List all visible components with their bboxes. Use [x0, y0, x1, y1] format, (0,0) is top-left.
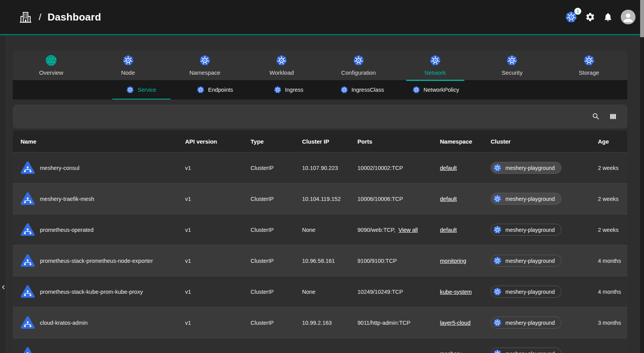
- subtab-networkpolicy[interactable]: NetworkPolicy: [399, 80, 472, 99]
- tab-label: Security: [501, 69, 522, 76]
- kubernetes-icon: [493, 163, 502, 172]
- gear-icon[interactable]: [585, 12, 595, 22]
- cluster-name: meshery-playground: [505, 351, 555, 353]
- namespace-cell: meshery: [440, 351, 491, 353]
- cluster-ip-cell: 10.99.2.163: [302, 320, 357, 326]
- cluster-name: meshery-playground: [505, 320, 555, 326]
- namespace-link[interactable]: monitoring: [440, 258, 466, 264]
- cluster-ip-cell: 10.107.90.223: [302, 165, 357, 171]
- ports-cell: 10006/10006:TCP: [357, 196, 440, 202]
- subtab-label: IngressClass: [352, 87, 384, 93]
- ports-text: 9100/9100:TCP: [357, 258, 397, 264]
- col-header-namespace[interactable]: Namespace: [440, 138, 491, 145]
- subtab-ingress[interactable]: Ingress: [252, 80, 325, 99]
- tab-configuration[interactable]: Configuration: [320, 50, 397, 80]
- cluster-ip-cell: None: [302, 227, 357, 233]
- ports-cell: 10249/10249:TCP: [357, 289, 440, 295]
- tab-overview[interactable]: Overview: [13, 50, 89, 80]
- tab-label: Storage: [579, 69, 599, 76]
- table-row[interactable]: meshery meshery-playground: [13, 338, 627, 353]
- table-row[interactable]: prometheus-operated v1 ClusterIP None 90…: [13, 214, 627, 245]
- subtab-service[interactable]: Service: [105, 80, 178, 99]
- service-name: meshery-traefik-mesh: [40, 196, 94, 202]
- kubernetes-icon: [493, 256, 502, 265]
- page-title: Dashboard: [48, 11, 101, 23]
- col-header-cluster-ip[interactable]: Cluster IP: [302, 138, 357, 145]
- bell-icon[interactable]: [603, 12, 613, 22]
- ports-text: 9011/http-admin:TCP: [357, 320, 410, 326]
- cluster-chip[interactable]: meshery-playground: [491, 317, 562, 329]
- col-header-api-version[interactable]: API version: [185, 138, 251, 145]
- age-cell: 2 weeks: [598, 227, 627, 233]
- cluster-chip[interactable]: meshery-playground: [491, 286, 562, 298]
- ports-cell: [357, 351, 440, 353]
- service-name: prometheus-stack-prometheus-node-exporte…: [40, 258, 153, 264]
- table-row[interactable]: meshery-consul v1 ClusterIP 10.107.90.22…: [13, 152, 627, 183]
- tab-storage[interactable]: Storage: [551, 50, 627, 80]
- type-cell: ClusterIP: [251, 320, 302, 326]
- namespace-link[interactable]: layer5-cloud: [440, 320, 471, 326]
- service-icon: [21, 192, 35, 206]
- ports-text: 10006/10006:TCP: [357, 196, 403, 202]
- col-header-age[interactable]: Age: [598, 138, 627, 145]
- kubernetes-icon: [274, 86, 282, 94]
- cluster-chip[interactable]: meshery-playground: [491, 193, 562, 205]
- tab-label: Namespace: [189, 69, 220, 76]
- table-row[interactable]: prometheus-stack-kube-prom-kube-proxy v1…: [13, 276, 627, 307]
- namespace-cell: layer5-cloud: [440, 320, 491, 326]
- col-header-name[interactable]: Name: [21, 138, 185, 145]
- age-cell: 3 months: [598, 320, 627, 326]
- namespace-link[interactable]: default: [440, 196, 457, 202]
- chevron-left-icon[interactable]: [0, 283, 7, 291]
- namespace-link[interactable]: default: [440, 165, 457, 171]
- table-row[interactable]: cloud-kratos-admin v1 ClusterIP 10.99.2.…: [13, 307, 627, 338]
- subtab-endpoints[interactable]: Endpoints: [178, 80, 252, 99]
- service-icon: [21, 315, 35, 330]
- table-row[interactable]: meshery-traefik-mesh v1 ClusterIP 10.104…: [13, 183, 627, 214]
- kubernetes-icon: [493, 225, 502, 234]
- namespace-link[interactable]: kube-system: [440, 289, 472, 295]
- service-icon: [21, 223, 35, 237]
- scrollbar-thumb[interactable]: [640, 0, 644, 37]
- cluster-ip-cell: 10.104.119.152: [302, 196, 357, 202]
- subtab-ingressclass[interactable]: IngressClass: [325, 80, 399, 99]
- tab-node[interactable]: Node: [89, 50, 166, 80]
- cluster-cell: meshery-playground: [491, 162, 598, 174]
- type-cell: ClusterIP: [251, 258, 302, 264]
- ports-text: 10249/10249:TCP: [357, 289, 403, 295]
- kubernetes-icon: [412, 86, 420, 94]
- kubernetes-icon: [493, 349, 502, 353]
- tab-workload[interactable]: Workload: [243, 50, 320, 80]
- table-row[interactable]: prometheus-stack-prometheus-node-exporte…: [13, 245, 627, 276]
- cluster-chip[interactable]: meshery-playground: [491, 348, 562, 353]
- cluster-chip[interactable]: meshery-playground: [491, 162, 562, 174]
- service-icon: [21, 284, 35, 299]
- service-name: prometheus-operated: [40, 227, 94, 233]
- col-header-cluster[interactable]: Cluster: [491, 138, 598, 145]
- service-name-cell: meshery-consul: [21, 161, 185, 175]
- view-column-icon[interactable]: [609, 112, 617, 121]
- kubernetes-context-button[interactable]: 1: [565, 11, 577, 23]
- avatar[interactable]: [621, 10, 635, 24]
- api-version-cell: v1: [185, 196, 251, 202]
- tab-security[interactable]: Security: [474, 50, 550, 80]
- namespace-link[interactable]: default: [440, 227, 457, 233]
- namespace-cell: default: [440, 227, 491, 233]
- cluster-ip-cell: 10.96.58.161: [302, 258, 357, 264]
- cluster-chip[interactable]: meshery-playground: [491, 224, 562, 236]
- tab-namespace[interactable]: Namespace: [167, 50, 243, 80]
- col-header-ports[interactable]: Ports: [357, 138, 440, 145]
- ports-cell: 9090/web:TCP,View all: [357, 227, 440, 233]
- col-header-type[interactable]: Type: [251, 138, 302, 145]
- kubernetes-icon: [429, 55, 441, 66]
- age-cell: 4 months: [598, 289, 627, 295]
- namespace-link[interactable]: meshery: [440, 351, 462, 353]
- search-icon[interactable]: [592, 112, 600, 121]
- api-version-cell: v1: [185, 258, 251, 264]
- tab-network[interactable]: Network: [397, 50, 474, 80]
- view-all-link[interactable]: View all: [398, 227, 418, 233]
- tab-label: Workload: [270, 69, 294, 76]
- cluster-chip[interactable]: meshery-playground: [491, 255, 562, 267]
- kubernetes-icon: [126, 86, 134, 94]
- kubernetes-icon: [506, 55, 518, 66]
